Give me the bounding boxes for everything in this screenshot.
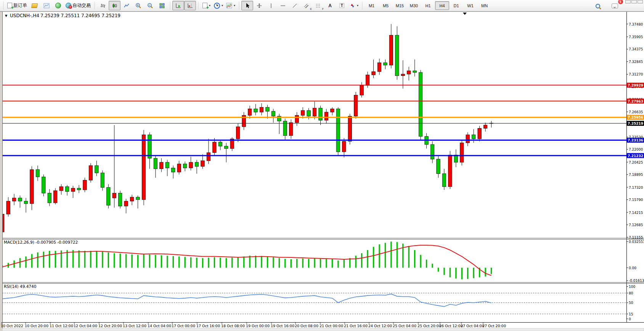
bar-chart-button[interactable] (97, 1, 109, 10)
chart-window-icon (43, 3, 50, 8)
svg-text:7.25956: 7.25956 (628, 116, 643, 119)
channel-icon (304, 3, 310, 9)
timeframe-m5-button[interactable]: M5 (379, 1, 393, 10)
auto-trading-icon (66, 3, 71, 8)
svg-text:10 Oct 20:00: 10 Oct 20:00 (25, 324, 48, 328)
timeframe-h1-button[interactable]: H1 (421, 1, 435, 10)
bar-chart-icon (100, 3, 106, 9)
arrows-button[interactable]: ▾ (348, 1, 360, 10)
line-chart-button[interactable] (120, 1, 132, 10)
rsi-label: RSI(14) 49.4740 (4, 284, 36, 289)
text-button[interactable]: A (324, 1, 336, 10)
trendline-button[interactable] (289, 1, 300, 10)
signals-button[interactable] (52, 1, 64, 10)
svg-text:15: 15 (629, 312, 633, 316)
period-button[interactable]: ▾ (212, 1, 225, 10)
candlestick-icon (112, 3, 118, 9)
indicators-button[interactable]: ▾ (225, 1, 237, 10)
timeframe-w1-button[interactable]: W1 (463, 1, 477, 10)
svg-text:7.34375: 7.34375 (629, 47, 643, 51)
crosshair-button[interactable] (253, 1, 265, 10)
zoom-in-button[interactable] (132, 1, 144, 10)
notification-badge: 1 (618, 0, 623, 4)
auto-scroll-button[interactable] (172, 1, 184, 10)
line-chart-icon (124, 3, 130, 9)
new-order-button[interactable]: + 新订单 (6, 1, 29, 10)
tile-windows-button[interactable] (156, 1, 168, 10)
svg-text:26 Oct 12:00: 26 Oct 12:00 (439, 324, 463, 328)
timeframe-m1-button[interactable]: M1 (365, 1, 379, 10)
zoom-out-button[interactable] (144, 1, 156, 10)
svg-text:7.22000: 7.22000 (629, 148, 643, 151)
notifications-icon (612, 3, 618, 8)
svg-text:7.35905: 7.35905 (629, 35, 643, 39)
label-button[interactable]: T (336, 1, 348, 10)
svg-text:21 Oct 16:00: 21 Oct 16:00 (344, 324, 368, 328)
toolbar-grip (362, 2, 363, 10)
new-order-icon: + (7, 3, 12, 8)
trendline-icon (292, 3, 298, 9)
title-collapse-icon[interactable]: ▼ (5, 14, 8, 18)
svg-text:24 Oct 12:00: 24 Oct 12:00 (368, 324, 392, 328)
notifications-button[interactable]: 1 (609, 1, 621, 11)
price-chart-svg[interactable]: 7.374807.359057.343757.328457.312707.297… (0, 0, 644, 331)
chart-window-button[interactable] (40, 1, 52, 10)
chart-canvas[interactable]: 7.374807.359057.343757.328457.312707.297… (0, 0, 644, 331)
timeframe-mn-button[interactable]: MN (477, 1, 491, 10)
toolbar-grip (94, 2, 95, 10)
cursor-icon (244, 3, 251, 9)
toolbar-grip (170, 2, 170, 10)
candlestick-button[interactable] (109, 1, 120, 10)
svg-text:19 Oct 00:00: 19 Oct 00:00 (246, 324, 270, 328)
svg-text:0.032551: 0.032551 (629, 240, 644, 244)
chart-shift-icon (187, 3, 193, 9)
svg-text:12 Oct 04:00: 12 Oct 04:00 (74, 324, 97, 328)
timeframe-m15-button[interactable]: M15 (393, 1, 407, 10)
vertical-line-button[interactable] (265, 1, 277, 10)
cursor-button[interactable] (241, 1, 253, 10)
svg-text:7.31270: 7.31270 (629, 72, 643, 76)
vertical-line-icon (268, 3, 274, 9)
fibonacci-icon (315, 3, 321, 9)
svg-text:19 Oct 16:00: 19 Oct 16:00 (271, 324, 294, 328)
timeframe-m30-button[interactable]: M30 (407, 1, 421, 10)
auto-trading-button[interactable]: 自动交易 (64, 1, 92, 10)
new-chart-icon: + (202, 3, 207, 8)
svg-text:0.00: 0.00 (629, 266, 636, 270)
svg-text:7.21232: 7.21232 (628, 154, 643, 158)
close-button[interactable] (638, 0, 643, 3)
tile-windows-icon (159, 3, 165, 9)
chevron-down-icon: ▾ (209, 4, 210, 7)
fibonacci-button[interactable]: F (312, 1, 324, 10)
market-watch-button[interactable] (29, 1, 40, 10)
minimize-button[interactable] (625, 0, 631, 3)
chart-shift-button[interactable] (184, 1, 196, 10)
svg-text:27 Oct 04:00: 27 Oct 04:00 (461, 324, 484, 328)
bottom-strip (2, 328, 644, 331)
timeframe-d1-button[interactable]: D1 (449, 1, 463, 10)
svg-text:7.18895: 7.18895 (629, 173, 643, 177)
horizontal-line-button[interactable] (277, 1, 289, 10)
timeframe-h4-button[interactable]: H4 (435, 1, 449, 10)
svg-text:25 Oct 20:00: 25 Oct 20:00 (418, 324, 441, 328)
period-icon (214, 3, 220, 9)
svg-text:11 Oct 12:00: 11 Oct 12:00 (50, 324, 73, 328)
auto-scroll-icon (175, 3, 181, 9)
zoom-in-icon (135, 3, 141, 9)
svg-text:-0.016137: -0.016137 (629, 279, 644, 283)
search-button[interactable] (592, 1, 604, 11)
new-chart-button[interactable]: +▾ (201, 1, 212, 10)
channel-button[interactable]: E (300, 1, 312, 10)
market-watch-icon (31, 3, 38, 8)
svg-text:17 Oct 16:00: 17 Oct 16:00 (196, 324, 220, 328)
restore-button[interactable] (631, 0, 637, 3)
svg-text:17 Oct 00:00: 17 Oct 00:00 (172, 324, 195, 328)
toolbar-grip (198, 2, 199, 10)
svg-text:14 Oct 04:00: 14 Oct 04:00 (148, 324, 171, 328)
svg-text:0: 0 (629, 317, 631, 321)
text-icon: A (328, 3, 332, 8)
svg-text:7.26635: 7.26635 (629, 110, 643, 114)
indicators-icon (226, 3, 232, 9)
crosshair-icon (256, 3, 262, 9)
svg-text:7.29929: 7.29929 (628, 84, 643, 87)
